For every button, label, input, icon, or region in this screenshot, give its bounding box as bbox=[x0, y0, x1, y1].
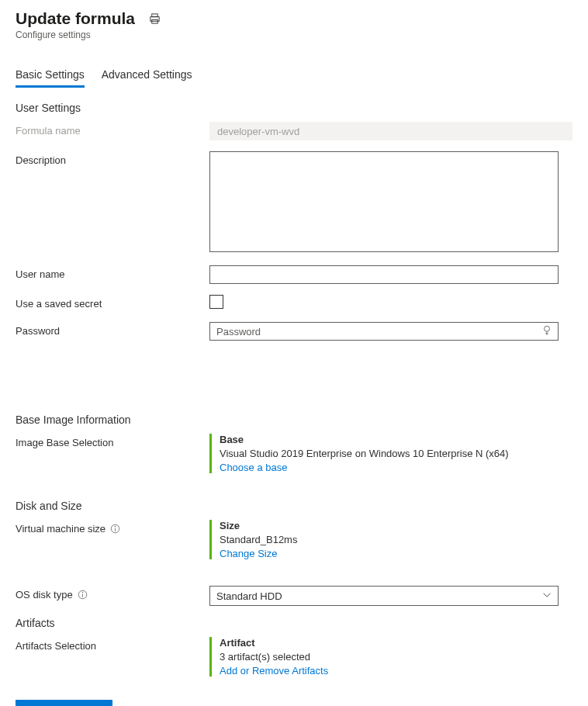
password-field[interactable] bbox=[209, 322, 559, 341]
svg-point-9 bbox=[82, 592, 83, 593]
info-icon[interactable] bbox=[110, 524, 120, 534]
chevron-down-icon bbox=[541, 590, 552, 603]
image-base-selection-label: Image Base Selection bbox=[16, 434, 209, 448]
base-info-title: Base bbox=[220, 434, 559, 445]
formula-name-field: developer-vm-wvd bbox=[209, 122, 572, 140]
svg-point-6 bbox=[115, 526, 116, 527]
os-disk-label: OS disk type bbox=[16, 586, 209, 600]
add-remove-artifacts-link[interactable]: Add or Remove Artifacts bbox=[220, 665, 559, 677]
page-subtitle: Configure settings bbox=[16, 29, 572, 40]
username-field[interactable] bbox=[209, 265, 559, 284]
change-size-link[interactable]: Change Size bbox=[220, 548, 559, 559]
size-info-block: Size Standard_B12ms Change Size bbox=[209, 520, 559, 559]
size-info-value: Standard_B12ms bbox=[220, 534, 559, 545]
user-settings-header: User Settings bbox=[16, 102, 572, 114]
artifacts-selection-label: Artifacts Selection bbox=[16, 637, 209, 652]
svg-rect-0 bbox=[152, 13, 158, 16]
saved-secret-label: Use a saved secret bbox=[16, 295, 209, 310]
username-label: User name bbox=[16, 265, 209, 280]
artifacts-header: Artifacts bbox=[16, 617, 572, 629]
os-disk-label-text: OS disk type bbox=[16, 589, 73, 600]
tab-basic-settings[interactable]: Basic Settings bbox=[16, 68, 85, 88]
base-image-header: Base Image Information bbox=[16, 414, 572, 426]
page-title: Update formula bbox=[16, 9, 135, 28]
update-formula-button[interactable]: Update formula bbox=[16, 700, 112, 706]
os-disk-select[interactable]: Standard HDD bbox=[209, 586, 559, 606]
os-disk-select-value: Standard HDD bbox=[209, 586, 559, 606]
key-icon[interactable] bbox=[541, 325, 552, 338]
tabs: Basic Settings Advanced Settings bbox=[16, 68, 572, 88]
disk-size-header: Disk and Size bbox=[16, 500, 572, 512]
formula-name-label: Formula name bbox=[16, 122, 209, 137]
password-label: Password bbox=[16, 322, 209, 337]
artifact-info-value: 3 artifact(s) selected bbox=[220, 651, 559, 663]
saved-secret-checkbox[interactable] bbox=[209, 295, 223, 309]
print-icon[interactable] bbox=[149, 13, 161, 25]
svg-point-3 bbox=[545, 326, 550, 331]
tab-advanced-settings[interactable]: Advanced Settings bbox=[102, 68, 192, 88]
description-label: Description bbox=[16, 151, 209, 166]
vm-size-label-text: Virtual machine size bbox=[16, 523, 105, 535]
base-info-block: Base Visual Studio 2019 Enterprise on Wi… bbox=[209, 434, 559, 473]
base-info-value: Visual Studio 2019 Enterprise on Windows… bbox=[220, 448, 559, 459]
info-icon[interactable] bbox=[78, 590, 88, 600]
artifact-info-title: Artifact bbox=[220, 637, 559, 649]
choose-base-link[interactable]: Choose a base bbox=[220, 462, 559, 473]
vm-size-label: Virtual machine size bbox=[16, 520, 209, 535]
description-field[interactable] bbox=[209, 151, 559, 252]
artifact-info-block: Artifact 3 artifact(s) selected Add or R… bbox=[209, 637, 559, 677]
size-info-title: Size bbox=[220, 520, 559, 531]
